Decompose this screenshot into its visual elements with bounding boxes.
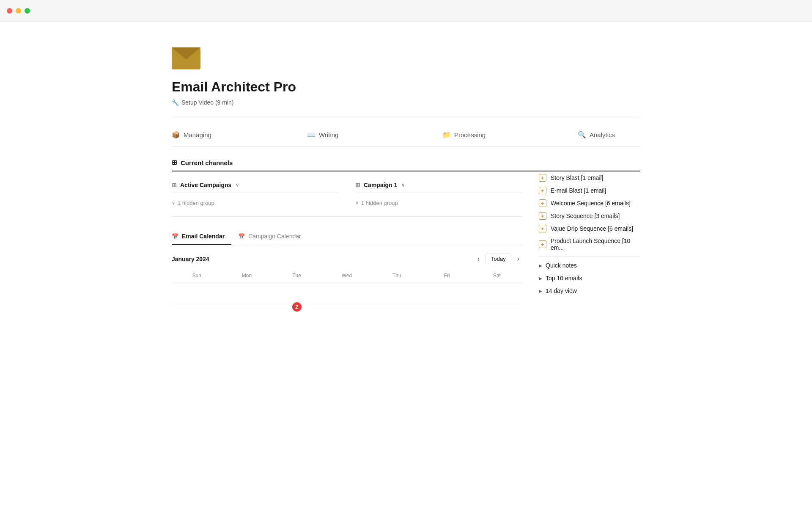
add-sequence-icon-5: + (539, 225, 546, 232)
chevron-down-icon: ∨ (172, 200, 175, 206)
toggle-arrow-3: ▶ (539, 289, 542, 293)
active-campaigns-title: ⊞ Active Campaigns ∨ (172, 182, 338, 193)
calendar-header: January 2024 ‹ Today › (172, 254, 522, 264)
sequence-story[interactable]: + Story Sequence [3 emails] (539, 210, 640, 222)
campaign-calendar-icon: 📅 (238, 233, 245, 240)
cal-prev-button[interactable]: ‹ (475, 254, 482, 264)
writing-icon: ⌨️ (307, 131, 315, 139)
add-sequence-icon-6: + (539, 240, 546, 248)
email-calendar-icon: 📅 (172, 233, 178, 240)
processing-icon: 📁 (442, 131, 451, 139)
setup-video-link[interactable]: 🔧 Setup Video (9 min) (172, 99, 640, 106)
db-columns: ⊞ Active Campaigns ∨ ∨ 1 hidden group ⊞ … (172, 171, 522, 217)
nav-analytics[interactable]: 🔍 Analytics (578, 131, 713, 139)
sequence-welcome[interactable]: + Welcome Sequence [6 emails] (539, 197, 640, 210)
sequence-list: + Story Blast [1 email] + E-mail Blast [… (539, 171, 640, 254)
close-button[interactable] (7, 8, 12, 14)
cal-day-3 (322, 284, 372, 304)
calendar-month: January 2024 (172, 256, 209, 262)
toggle-quick-notes[interactable]: ▶ Quick notes (539, 259, 640, 272)
campaign1-hidden-group[interactable]: ∨ 1 hidden group (355, 200, 522, 206)
toggle-14-day-view[interactable]: ▶ 14 day view (539, 284, 640, 297)
toggle-top-emails[interactable]: ▶ Top 10 emails (539, 272, 640, 284)
tab-campaign-calendar[interactable]: 📅 Campaign Calendar (238, 229, 308, 245)
add-sequence-icon-3: + (539, 199, 546, 207)
sequence-story-blast[interactable]: + Story Blast [1 email] (539, 171, 640, 184)
cal-next-button[interactable]: › (515, 254, 522, 264)
grid-icon: ⊞ (172, 159, 177, 166)
current-channels-title: Current channels (181, 159, 233, 166)
sequence-product-launch[interactable]: + Product Launch Sequence [10 em... (539, 235, 640, 254)
today-button[interactable]: Today (486, 254, 511, 264)
active-campaigns-hidden-group[interactable]: ∨ 1 hidden group (172, 200, 338, 206)
cal-day-empty-1 (172, 284, 222, 304)
managing-icon: 📦 (172, 131, 180, 139)
campaign1-title: ⊞ Campaign 1 ∨ (355, 182, 522, 193)
day-sat: Sat (472, 271, 522, 280)
day-thu: Thu (372, 271, 422, 280)
calendar-days-header: Sun Mon Tue Wed Thu Fri Sat (172, 271, 522, 284)
nav-links: 📦 Managing ⌨️ Writing 📁 Processing 🔍 Ana… (172, 123, 640, 147)
top-divider (172, 118, 640, 118)
nav-managing-label: Managing (184, 131, 211, 138)
day-wed: Wed (322, 271, 372, 280)
tab-email-calendar[interactable]: 📅 Email Calendar (172, 229, 231, 245)
titlebar (0, 0, 812, 22)
nav-processing-label: Processing (454, 131, 486, 138)
chevron-down-icon-2: ∨ (355, 200, 359, 206)
nav-managing[interactable]: 📦 Managing (172, 131, 307, 139)
toggle-arrow-1: ▶ (539, 263, 542, 268)
right-sidebar: + Story Blast [1 email] + E-mail Blast [… (522, 171, 640, 304)
toggle-list: ▶ Quick notes ▶ Top 10 emails ▶ 14 day v… (539, 259, 640, 297)
day-sun: Sun (172, 271, 222, 280)
nav-writing-label: Writing (319, 131, 338, 138)
day-tue: Tue (272, 271, 322, 280)
maximize-button[interactable] (25, 8, 30, 14)
cal-day-5 (422, 284, 472, 304)
app-icon (172, 47, 640, 79)
cal-day-6 (472, 284, 522, 304)
add-sequence-icon-4: + (539, 212, 546, 220)
analytics-icon: 🔍 (578, 131, 586, 139)
add-sequence-icon-2: + (539, 187, 546, 194)
minimize-button[interactable] (16, 8, 21, 14)
campaign1-chevron[interactable]: ∨ (401, 182, 405, 188)
sidebar-divider (539, 256, 640, 257)
wrench-icon: 🔧 (172, 99, 179, 106)
active-campaigns-grid-icon: ⊞ (172, 182, 177, 188)
calendar-nav: ‹ Today › (475, 254, 522, 264)
toggle-arrow-2: ▶ (539, 276, 542, 281)
campaign1-grid-icon: ⊞ (355, 182, 360, 188)
add-sequence-icon-1: + (539, 174, 546, 182)
sequence-value-drip[interactable]: + Value Drip Sequence [6 emails] (539, 222, 640, 235)
nav-analytics-label: Analytics (590, 131, 615, 138)
page-title: Email Architect Pro (172, 79, 640, 95)
calendar-row-1: 2 (172, 284, 522, 304)
day-fri: Fri (422, 271, 472, 280)
main-content: Email Architect Pro 🔧 Setup Video (9 min… (131, 22, 681, 321)
cal-day-4 (372, 284, 422, 304)
nav-processing[interactable]: 📁 Processing (442, 131, 578, 139)
active-campaigns-chevron[interactable]: ∨ (236, 182, 239, 188)
active-campaigns-column: ⊞ Active Campaigns ∨ ∨ 1 hidden group (172, 182, 338, 206)
calendar-section: 📅 Email Calendar 📅 Campaign Calendar Jan… (172, 229, 522, 304)
day-mon: Mon (222, 271, 272, 280)
calendar-tabs: 📅 Email Calendar 📅 Campaign Calendar (172, 229, 522, 245)
current-channels-header: ⊞ Current channels (172, 159, 640, 171)
cal-day-2: 2 (272, 284, 322, 304)
cal-day-1 (222, 284, 272, 304)
campaign1-column: ⊞ Campaign 1 ∨ ∨ 1 hidden group (355, 182, 522, 206)
nav-writing[interactable]: ⌨️ Writing (307, 131, 442, 139)
sequence-email-blast[interactable]: + E-mail Blast [1 email] (539, 184, 640, 197)
